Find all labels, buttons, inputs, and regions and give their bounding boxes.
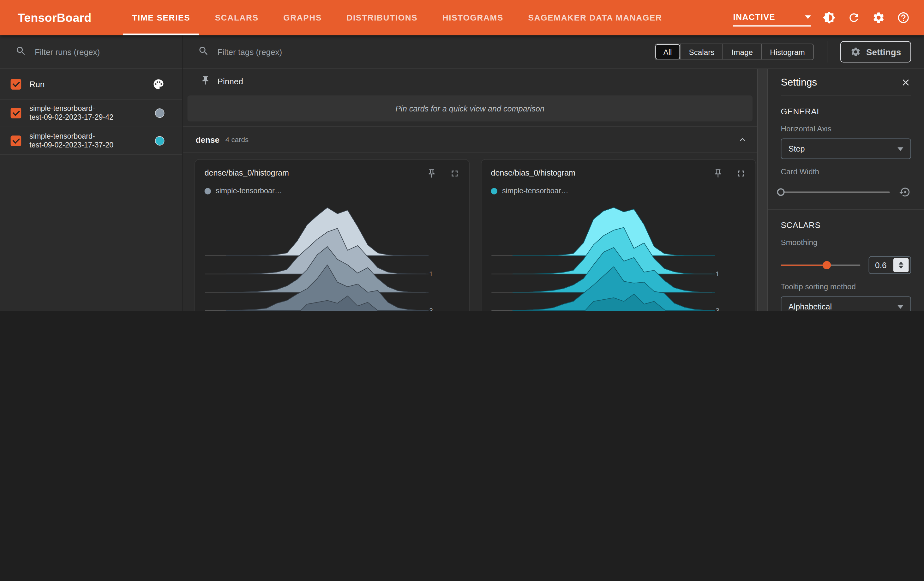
filter-tags-input[interactable]: [216, 46, 647, 57]
cards-column: Pinned Pin cards for a quick view and co…: [183, 69, 757, 311]
svg-text:3: 3: [716, 307, 719, 311]
filter-histogram-button[interactable]: Histogram: [761, 44, 813, 60]
tensorboard-app: TensorBoard TIME SERIES SCALARS GRAPHS D…: [0, 0, 924, 311]
smoothing-slider[interactable]: [781, 265, 861, 266]
legend-run-dot: [205, 188, 211, 194]
chevron-up-icon[interactable]: [737, 134, 748, 145]
chevron-down-icon: [898, 305, 904, 309]
stepper-icon[interactable]: [893, 258, 909, 272]
run-checkbox[interactable]: [11, 108, 21, 119]
tab-distributions[interactable]: DISTRIBUTIONS: [334, 0, 430, 35]
smoothing-value-input[interactable]: 0.6: [869, 256, 911, 274]
filter-tags-bar: All Scalars Image Histogram Settings: [183, 35, 924, 69]
filter-all-button[interactable]: All: [655, 44, 680, 60]
filter-runs-input[interactable]: [33, 46, 172, 57]
filter-runs-row: [0, 35, 182, 69]
refresh-icon[interactable]: [847, 11, 860, 24]
run-checkbox[interactable]: [11, 135, 21, 146]
section-header-dense[interactable]: dense 4 cards: [183, 126, 757, 152]
search-icon: [15, 45, 26, 59]
legend-run-dot: [491, 188, 497, 194]
card-title: dense/bias_0/histogram: [205, 168, 289, 177]
filter-image-button[interactable]: Image: [723, 44, 761, 60]
gear-icon[interactable]: [872, 11, 885, 24]
pin-icon: [200, 76, 210, 87]
cards-grid: dense/bias_0/histogram simple-tensorboar…: [183, 152, 757, 311]
help-icon[interactable]: [897, 11, 910, 24]
histogram-ridgeline-chart[interactable]: -0.18-0.14-0.1-0.06-0.020.020.060.10.140…: [200, 204, 466, 311]
fullscreen-icon[interactable]: [450, 168, 460, 179]
tab-scalars[interactable]: SCALARS: [203, 0, 271, 35]
card-title: dense/bias_0/histogram: [491, 168, 575, 177]
chevron-down-icon: [805, 15, 811, 19]
pin-notice: Pin cards for a quick view and compariso…: [187, 95, 752, 122]
search-icon: [198, 45, 209, 59]
pin-card-icon[interactable]: [713, 168, 723, 179]
app-logo: TensorBoard: [18, 0, 92, 35]
histogram-card: dense/bias_0/histogram simple-tensorboar…: [195, 159, 470, 311]
toolbar-divider: [827, 41, 827, 63]
histogram-ridgeline-chart[interactable]: -0.18-0.14-0.1-0.06-0.020.020.060.10.140…: [486, 204, 752, 311]
filter-scalars-button[interactable]: Scalars: [680, 44, 723, 60]
histogram-card: dense/bias_0/histogram simple-tensorboar…: [481, 159, 756, 311]
settings-scalars-section: SCALARS Smoothing 0.6 T: [781, 210, 911, 311]
slider-knob[interactable]: [777, 188, 784, 196]
tooltip-sorting-select[interactable]: Alphabetical: [781, 297, 911, 311]
top-nav: TensorBoard TIME SERIES SCALARS GRAPHS D…: [0, 0, 924, 35]
palette-icon[interactable]: [152, 78, 164, 90]
run-row[interactable]: simple-tensorboard- test-09-02-2023-17-2…: [0, 99, 182, 127]
nav-tabs: TIME SERIES SCALARS GRAPHS DISTRIBUTIONS…: [120, 0, 675, 35]
settings-panel: Settings GENERAL Horizontal Axis Step Ca…: [768, 69, 924, 311]
gear-icon: [850, 46, 861, 57]
main-area: All Scalars Image Histogram Settings: [183, 35, 924, 311]
legend-run-name: simple-tensorboar…: [502, 187, 568, 195]
nav-right: INACTIVE: [733, 0, 910, 35]
runs-sidebar: Run simple-tensorboard- test-09-02-2023-…: [0, 35, 183, 311]
scrollbar[interactable]: [757, 69, 768, 311]
card-width-slider[interactable]: [781, 191, 890, 193]
reset-icon[interactable]: [899, 186, 911, 198]
settings-button[interactable]: Settings: [840, 41, 911, 63]
tag-type-filter-group: All Scalars Image Histogram: [654, 44, 813, 60]
run-color-dot: [155, 108, 165, 118]
legend-run-name: simple-tensorboar…: [216, 187, 282, 195]
card-legend: simple-tensorboar…: [482, 178, 756, 195]
svg-text:1: 1: [716, 270, 719, 278]
run-header-row: Run: [0, 69, 182, 99]
run-row[interactable]: simple-tensorboard- test-09-02-2023-17-3…: [0, 127, 182, 155]
fullscreen-icon[interactable]: [736, 168, 746, 179]
pinned-header: Pinned: [183, 69, 757, 94]
tab-time-series[interactable]: TIME SERIES: [120, 0, 203, 35]
chevron-down-icon: [898, 147, 904, 150]
run-select-all-checkbox[interactable]: [11, 79, 21, 89]
tab-graphs[interactable]: GRAPHS: [271, 0, 334, 35]
tab-sagemaker-data-manager[interactable]: SAGEMAKER DATA MANAGER: [516, 0, 674, 35]
run-color-dot: [155, 136, 165, 145]
reload-status-dropdown[interactable]: INACTIVE: [733, 12, 811, 26]
settings-general-section: GENERAL Horizontal Axis Step Card Width: [781, 96, 911, 199]
svg-text:1: 1: [429, 270, 433, 278]
close-icon[interactable]: [900, 77, 911, 88]
run-header-label: Run: [30, 79, 45, 89]
svg-text:3: 3: [429, 307, 433, 311]
card-legend: simple-tensorboar…: [195, 178, 469, 195]
horizontal-axis-select[interactable]: Step: [781, 139, 911, 159]
brightness-icon[interactable]: [823, 11, 836, 24]
settings-panel-title: Settings: [781, 76, 817, 88]
pin-card-icon[interactable]: [427, 168, 437, 179]
slider-knob[interactable]: [823, 261, 831, 269]
tab-histograms[interactable]: HISTOGRAMS: [430, 0, 516, 35]
